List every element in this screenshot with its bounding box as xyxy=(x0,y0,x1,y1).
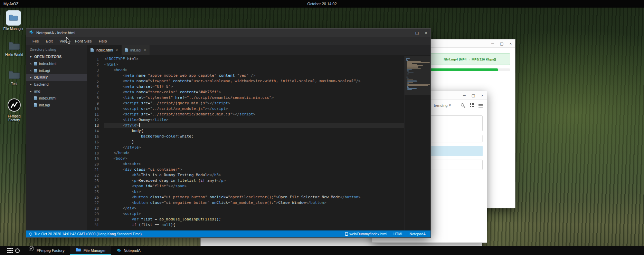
file-icon xyxy=(125,48,128,52)
file-manager-icon xyxy=(76,246,81,255)
line-number: 17 xyxy=(87,145,99,150)
desktop-icon-test[interactable]: Test xyxy=(3,70,25,86)
sidebar-item-init-agi[interactable]: init.agi xyxy=(26,102,87,108)
system-topbar: My ArOZ October 20 14:02 xyxy=(0,0,644,8)
search-icon[interactable] xyxy=(461,103,465,107)
clock: October 20 14:02 xyxy=(307,2,337,6)
minimap-line xyxy=(407,79,413,79)
tab-label: index.html xyxy=(96,48,113,52)
menu-view[interactable]: View xyxy=(56,37,72,45)
menu-file[interactable]: File xyxy=(29,37,42,45)
menu-edit[interactable]: Edit xyxy=(42,37,56,45)
code-line: <div class="ui container"> xyxy=(104,167,404,172)
progress-bar xyxy=(429,68,510,71)
minimap-line xyxy=(407,85,428,86)
menubar: FileEditViewFont SizeHelp xyxy=(26,37,430,45)
taskbar: FFmpeg FactoryFile ManagerNotepadA xyxy=(0,246,644,255)
ffmpeg-window-titlebar[interactable]: ─ ▢ × xyxy=(425,39,515,48)
notepada-window[interactable]: NotepadA - index.html ─ ▢ × FileEditView… xyxy=(26,28,431,238)
close-tab-icon[interactable]: × xyxy=(144,48,146,52)
close-tab-icon[interactable]: × xyxy=(116,48,118,52)
status-filepath-item[interactable]: web/Dummy/index.html xyxy=(345,232,387,236)
minimap-line xyxy=(407,61,421,62)
maximize-icon[interactable]: ▢ xyxy=(413,29,422,37)
code-line: <title>Dummy</title> xyxy=(104,117,404,123)
minimap-line xyxy=(407,69,412,70)
code-line: <p>Received drag-in filelist (if any)</p… xyxy=(104,178,404,183)
desktop-icon-label: FFmpeg Factory xyxy=(3,114,25,122)
minimize-icon[interactable]: ─ xyxy=(488,39,497,48)
sort-dropdown-label: trending xyxy=(434,103,448,107)
tab-label: init.agi xyxy=(130,48,141,52)
sidebar-section-dummy[interactable]: ▾DUMMY xyxy=(26,74,87,81)
quick-launch-icon[interactable] xyxy=(15,248,20,253)
maximize-icon[interactable]: ▢ xyxy=(497,39,506,48)
code-line: <!DOCTYPE html> xyxy=(104,56,404,62)
line-number: 4 xyxy=(87,73,99,78)
item-label: index.html xyxy=(39,96,56,100)
minimap-line xyxy=(407,64,417,65)
notepada-titlebar[interactable]: NotepadA - index.html ─ ▢ × xyxy=(26,29,430,37)
taskbar-item-notepada[interactable]: NotepadA xyxy=(111,246,146,255)
minimap-line xyxy=(407,68,421,69)
code-area[interactable]: <!DOCTYPE html><html> <head> <meta name=… xyxy=(104,56,404,230)
folder-icon xyxy=(8,70,20,81)
code-line: <br> xyxy=(104,189,404,195)
file-icon xyxy=(91,48,94,52)
line-number: 31 xyxy=(87,222,99,228)
chevron-down-icon: ▾ xyxy=(29,55,32,58)
grid-view-icon[interactable] xyxy=(470,103,474,107)
minimize-icon[interactable]: ─ xyxy=(404,29,413,37)
desktop-icon-hello-world[interactable]: Hello World xyxy=(3,41,25,57)
ffmpeg-window-body: NN4.mp4 |MP4 → MP3(320 Kbps)| xyxy=(425,53,515,71)
line-number: 8 xyxy=(87,95,99,101)
maximize-icon[interactable]: ▢ xyxy=(469,91,478,100)
minimap-line xyxy=(407,87,409,88)
sidebar-item-backend[interactable]: ▸backend xyxy=(26,81,87,88)
code-line: </div> xyxy=(104,206,404,211)
progress-bar-fill xyxy=(429,68,498,71)
close-icon[interactable]: × xyxy=(422,29,430,37)
sidebar-item-img[interactable]: ▸img xyxy=(26,88,87,95)
code-line: <span id="flist"></span> xyxy=(104,183,404,189)
code-line: <button class="ui negative button" onCli… xyxy=(104,200,404,206)
status-language[interactable]: HTML xyxy=(394,232,404,236)
desktop-icon-label: Hello World xyxy=(5,53,23,57)
tab-index-html[interactable]: index.html× xyxy=(87,45,122,55)
sidebar-section-open-editors[interactable]: ▾OPEN EDITORS xyxy=(26,53,87,60)
sidebar-item-index-html[interactable]: ×index.html xyxy=(26,60,87,67)
minimap-line xyxy=(407,80,417,81)
minimize-icon[interactable]: ─ xyxy=(460,91,469,100)
chevron-right-icon: ▸ xyxy=(29,83,32,86)
item-label: img xyxy=(34,89,40,93)
sort-dropdown[interactable]: trending ▾ xyxy=(434,103,451,107)
minimap-line xyxy=(407,75,409,75)
tab-init-agi[interactable]: init.agi× xyxy=(122,45,150,55)
taskbar-item-ffmpeg-factory[interactable]: FFmpeg Factory xyxy=(23,246,70,255)
item-label: init.agi xyxy=(39,103,50,107)
menu-font-size[interactable]: Font Size xyxy=(72,37,95,45)
code-editor[interactable]: 1234567891011121314151617181920212223242… xyxy=(87,55,430,230)
close-file-icon[interactable]: × xyxy=(29,62,32,66)
sidebar-item-index-html[interactable]: index.html xyxy=(26,95,87,102)
sidebar-item-init-agi[interactable]: ×init.agi xyxy=(26,67,87,74)
desktop-icon-ffmpeg-factory[interactable]: FFmpeg Factory xyxy=(3,98,25,122)
close-file-icon[interactable]: × xyxy=(29,69,32,73)
close-icon[interactable]: × xyxy=(478,91,487,100)
desktop-icon-file-manager[interactable]: File Manager xyxy=(3,10,24,31)
code-line: <button class="ui primary button" onclic… xyxy=(104,195,404,200)
line-number-gutter: 1234567891011121314151617181920212223242… xyxy=(87,56,104,230)
minimap-line xyxy=(406,77,408,77)
minimap[interactable] xyxy=(404,56,430,230)
minimap-line xyxy=(406,76,408,76)
line-number: 3 xyxy=(87,67,99,73)
close-icon[interactable]: × xyxy=(506,39,515,48)
menu-help[interactable]: Help xyxy=(95,37,111,45)
host-menu[interactable]: My ArOZ xyxy=(3,2,18,6)
line-number: 7 xyxy=(87,89,99,95)
start-menu-button[interactable] xyxy=(0,246,12,255)
minimap-line xyxy=(407,62,430,63)
window-controls: ─ ▢ × xyxy=(488,39,515,48)
taskbar-item-file-manager[interactable]: File Manager xyxy=(70,246,111,255)
list-view-icon[interactable] xyxy=(479,104,483,107)
